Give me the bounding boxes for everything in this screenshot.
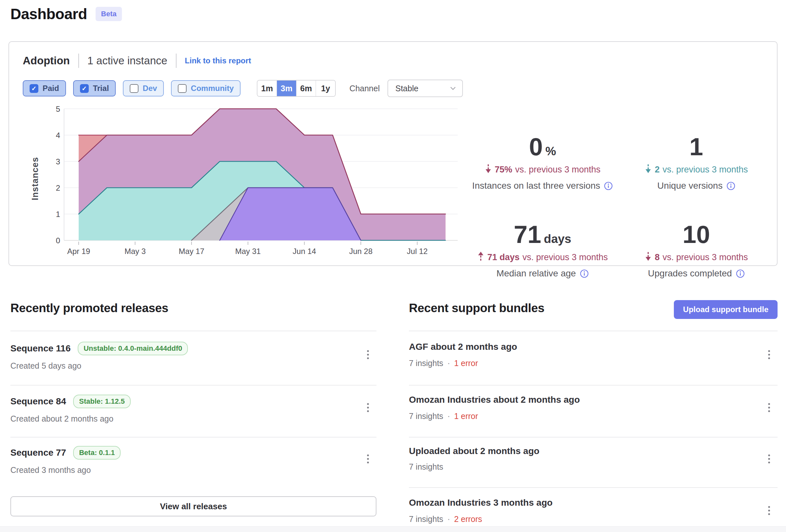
filter-pill-dev[interactable]: Dev xyxy=(123,80,164,96)
stat-delta: 2vs. previous 3 months xyxy=(626,164,767,176)
chart-y-axis-label: Instances xyxy=(30,157,40,200)
bundle-insights: 7 insights xyxy=(409,359,443,368)
release-created: Created about 2 months ago xyxy=(10,414,376,424)
filter-label: Dev xyxy=(143,84,157,93)
range-3m[interactable]: 3m xyxy=(277,80,296,96)
filter-label: Paid xyxy=(43,84,59,93)
release-channel-badge: Beta: 0.1.1 xyxy=(73,446,121,460)
trend-arrow-icon xyxy=(477,251,484,263)
info-icon[interactable] xyxy=(736,269,745,278)
header-divider xyxy=(176,54,177,68)
checkbox-icon xyxy=(130,84,138,93)
link-to-report[interactable]: Link to this report xyxy=(185,56,251,65)
release-row: Sequence 116 Unstable: 0.4.0-main.444ddf… xyxy=(10,342,376,370)
stat-value: 71days xyxy=(472,222,613,247)
divider xyxy=(10,437,376,437)
bundles-heading: Recent support bundles xyxy=(409,301,545,315)
range-1y[interactable]: 1y xyxy=(316,80,335,96)
info-icon[interactable] xyxy=(580,269,589,278)
svg-text:Jun 28: Jun 28 xyxy=(349,247,372,256)
checkbox-icon xyxy=(29,84,38,93)
svg-text:4: 4 xyxy=(56,131,60,140)
filter-label: Community xyxy=(191,84,234,93)
bundle-row: Omozan Industries about 2 months ago 7 i… xyxy=(409,395,778,421)
channel-selected-value: Stable xyxy=(395,84,418,93)
divider xyxy=(409,487,778,488)
svg-text:Jul 12: Jul 12 xyxy=(407,247,428,256)
release-title: Sequence 84 xyxy=(10,396,66,407)
stat-instances-last-three: 0% 75%vs. previous 3 months Instances on… xyxy=(472,135,613,191)
filter-label: Trial xyxy=(93,84,109,93)
release-title: Sequence 116 xyxy=(10,343,71,354)
bundle-row: AGF about 2 months ago 7 insights · 1 er… xyxy=(409,342,778,368)
checkbox-icon xyxy=(178,84,187,93)
kebab-menu-icon[interactable] xyxy=(763,399,776,416)
trend-arrow-icon xyxy=(645,251,652,263)
svg-text:1: 1 xyxy=(56,210,60,219)
recent-support-bundles-section: Recent support bundles Upload support bu… xyxy=(409,299,778,532)
adoption-area-chart: 012345Apr 19May 3May 17May 31Jun 14Jun 2… xyxy=(0,96,471,259)
bundle-insights: 7 insights xyxy=(409,462,443,471)
view-all-releases-button[interactable]: View all releases xyxy=(10,496,376,516)
svg-text:May 3: May 3 xyxy=(124,247,146,256)
page-title: Dashboard xyxy=(10,5,87,23)
stat-upgrades-completed: 10 8vs. previous 3 months Upgrades compl… xyxy=(626,222,767,279)
kebab-menu-icon[interactable] xyxy=(763,346,776,363)
header-divider xyxy=(78,54,79,68)
bundle-errors: 1 error xyxy=(454,411,478,421)
divider xyxy=(409,437,778,437)
bundle-errors: 1 error xyxy=(454,359,478,368)
stat-value: 10 xyxy=(626,222,767,247)
kebab-menu-icon[interactable] xyxy=(763,502,776,519)
kebab-menu-icon[interactable] xyxy=(362,346,374,363)
beta-badge: Beta xyxy=(96,7,122,21)
filter-pill-trial[interactable]: Trial xyxy=(73,80,116,96)
divider xyxy=(10,331,376,331)
release-title: Sequence 77 xyxy=(10,448,66,458)
release-row: Sequence 84 Stable: 1.12.5 Created about… xyxy=(10,395,376,424)
adoption-title: Adoption xyxy=(23,54,70,67)
range-6m[interactable]: 6m xyxy=(296,80,316,96)
kebab-menu-icon[interactable] xyxy=(362,399,374,416)
time-range-selector: 1m 3m 6m 1y xyxy=(257,80,336,97)
bundle-title: Omozan Industries about 2 months ago xyxy=(409,395,778,405)
stat-label: Upgrades completed xyxy=(648,268,732,279)
bundle-errors: 2 errors xyxy=(454,514,482,524)
channel-label: Channel xyxy=(349,84,380,93)
info-icon[interactable] xyxy=(604,182,613,190)
svg-text:2: 2 xyxy=(56,184,60,192)
filter-pill-community[interactable]: Community xyxy=(171,80,240,96)
releases-heading: Recently promoted releases xyxy=(10,301,168,315)
active-instance-count: 1 active instance xyxy=(88,54,167,67)
kebab-menu-icon[interactable] xyxy=(362,451,374,467)
svg-text:5: 5 xyxy=(56,104,60,113)
stat-label: Median relative age xyxy=(496,268,576,279)
dot-separator: · xyxy=(447,411,450,421)
stat-median-relative-age: 71days 71 daysvs. previous 3 months Medi… xyxy=(472,222,613,279)
stat-delta: 71 daysvs. previous 3 months xyxy=(472,251,613,263)
release-row: Sequence 77 Beta: 0.1.1 Created 3 months… xyxy=(10,446,376,475)
stat-unique-versions: 1 2vs. previous 3 months Unique versions xyxy=(626,135,767,191)
divider xyxy=(409,385,778,386)
range-1m[interactable]: 1m xyxy=(257,80,277,96)
channel-select[interactable]: Stable xyxy=(388,79,463,97)
kebab-menu-icon[interactable] xyxy=(763,451,776,467)
divider xyxy=(10,385,376,386)
stat-delta: 8vs. previous 3 months xyxy=(626,251,767,263)
checkbox-icon xyxy=(80,84,89,93)
release-channel-badge: Stable: 1.12.5 xyxy=(73,395,131,408)
bundle-row: Omozan Industries 3 months ago 7 insight… xyxy=(409,498,778,524)
svg-text:3: 3 xyxy=(56,157,60,166)
page-footer-strip xyxy=(0,526,786,532)
bundle-title: Omozan Industries 3 months ago xyxy=(409,498,778,508)
stat-label: Unique versions xyxy=(657,180,723,191)
svg-text:May 17: May 17 xyxy=(179,247,205,256)
recently-promoted-releases-section: Recently promoted releases Sequence 116 … xyxy=(10,299,376,532)
stat-value: 0% xyxy=(472,135,613,159)
upload-support-bundle-button[interactable]: Upload support bundle xyxy=(674,300,778,319)
dot-separator: · xyxy=(447,358,450,368)
filter-pill-paid[interactable]: Paid xyxy=(23,80,66,96)
divider xyxy=(409,331,778,331)
svg-text:0: 0 xyxy=(56,236,60,245)
info-icon[interactable] xyxy=(726,182,735,190)
